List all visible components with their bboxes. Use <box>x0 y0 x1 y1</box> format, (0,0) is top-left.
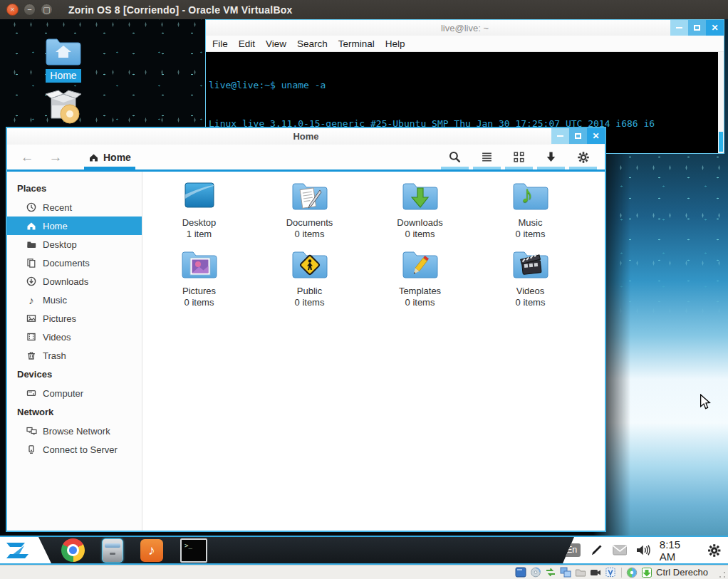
sidebar-section-network: Network <box>7 402 142 422</box>
network-browse-icon <box>26 425 37 437</box>
sidebar-item-pictures[interactable]: Pictures <box>7 309 142 328</box>
sidebar-item-videos[interactable]: Videos <box>7 328 142 346</box>
sidebar-item-home[interactable]: Home <box>7 217 142 235</box>
terminal-minimize-button[interactable] <box>670 20 688 36</box>
mouse-cursor <box>698 394 712 410</box>
display-icon[interactable] <box>560 567 571 578</box>
search-button[interactable] <box>439 145 471 169</box>
menu-edit[interactable]: Edit <box>239 38 255 49</box>
vbox-minimize-button[interactable]: − <box>24 4 36 16</box>
chrome-icon <box>61 538 85 562</box>
documents-icon <box>26 257 37 268</box>
sidebar-item-recent[interactable]: Recent <box>7 198 142 217</box>
list-view-icon <box>481 151 493 163</box>
virtualization-icon[interactable] <box>605 567 616 578</box>
download-arrow-icon <box>545 151 557 163</box>
desktop-icon-label: Home <box>46 69 80 83</box>
vbox-window-title: Zorin OS 8 [Corriendo] - Oracle VM Virtu… <box>68 4 292 16</box>
language-indicator[interactable]: En <box>563 543 581 557</box>
fm-minimize-button[interactable] <box>551 128 569 144</box>
sidebar-item-downloads[interactable]: Downloads <box>7 272 142 291</box>
list-view-button[interactable] <box>471 145 503 169</box>
mouse-integration-icon[interactable] <box>626 567 638 578</box>
pen-icon[interactable] <box>590 543 603 557</box>
menu-file[interactable]: File <box>212 38 228 49</box>
forward-button[interactable]: → <box>47 150 64 165</box>
folder-tile-downloads[interactable]: Downloads 0 items <box>365 180 475 249</box>
grid-view-button[interactable] <box>503 145 535 169</box>
trash-icon <box>26 350 37 361</box>
taskbar-music-button[interactable]: ♪ <box>140 539 163 562</box>
taskbar-file-manager-button[interactable] <box>102 538 123 563</box>
volume-icon[interactable] <box>636 544 650 556</box>
taskbar-terminal-button[interactable]: >_ <box>180 538 207 563</box>
menu-help[interactable]: Help <box>385 38 405 49</box>
settings-gear-icon[interactable] <box>707 543 722 558</box>
menu-search[interactable]: Search <box>297 38 328 49</box>
file-manager-titlebar[interactable]: Home ✕ <box>7 128 605 145</box>
search-icon <box>449 151 461 163</box>
location-breadcrumb[interactable]: Home <box>84 145 135 169</box>
taskbar-chrome-button[interactable] <box>61 538 85 562</box>
clock[interactable]: 8:15 AM <box>660 538 698 563</box>
home-folder-icon <box>44 36 83 67</box>
back-button[interactable]: ← <box>19 150 36 165</box>
mail-icon[interactable] <box>613 545 627 555</box>
fm-close-button[interactable]: ✕ <box>587 128 605 144</box>
menu-view[interactable]: View <box>266 38 286 49</box>
vbox-maximize-button[interactable]: ▢ <box>41 4 53 16</box>
settings-button[interactable] <box>567 145 599 169</box>
sidebar-item-music[interactable]: ♪ Music <box>7 291 142 309</box>
statusbar-separator <box>621 568 622 578</box>
desktop-icon-home[interactable]: Home <box>35 36 92 83</box>
grid-view-icon <box>513 151 525 163</box>
download-emblem <box>411 187 430 209</box>
sidebar-item-browse-network[interactable]: Browse Network <box>7 422 142 440</box>
folder-tile-documents[interactable]: Documents 0 items <box>254 180 365 249</box>
vbox-close-button[interactable]: × <box>6 4 19 16</box>
terminal-titlebar[interactable]: live@live: ~ ✕ <box>206 20 724 36</box>
terminal-scrollbar[interactable] <box>718 52 724 153</box>
keyboard-capture-icon[interactable] <box>641 567 652 578</box>
terminal-maximize-button[interactable] <box>688 20 706 36</box>
sidebar-item-connect-to-server[interactable]: Connect to Server <box>7 440 142 459</box>
drive-icon <box>26 387 37 399</box>
sidebar-item-documents[interactable]: Documents <box>7 254 142 272</box>
sidebar-item-computer[interactable]: Computer <box>7 384 142 402</box>
clapperboard-emblem <box>520 254 543 277</box>
video-capture-icon[interactable] <box>590 567 601 578</box>
folder-tile-templates[interactable]: Templates 0 items <box>365 249 475 317</box>
file-manager-window: Home ✕ ← → Home <box>6 127 606 532</box>
gear-icon <box>577 151 590 164</box>
file-grid[interactable]: Desktop 1 item <box>142 172 605 531</box>
download-button[interactable] <box>535 145 567 169</box>
terminal-close-button[interactable]: ✕ <box>706 20 724 36</box>
menu-terminal[interactable]: Terminal <box>338 38 375 49</box>
terminal-title: live@live: ~ <box>441 23 489 33</box>
file-manager-icon <box>102 538 123 563</box>
desktop-screen-icon <box>182 180 217 212</box>
zorin-menu-button[interactable] <box>0 537 51 563</box>
folder-tile-music[interactable]: ♪ Music 0 items <box>475 180 586 249</box>
system-tray: En 8:15 AM <box>563 537 728 563</box>
shared-folders-icon[interactable] <box>575 567 586 578</box>
hard-disks-icon[interactable] <box>515 567 526 578</box>
folder-tile-pictures[interactable]: Pictures 0 items <box>144 249 254 317</box>
folder-tile-videos[interactable]: Videos 0 items <box>475 249 586 317</box>
optical-drives-icon[interactable] <box>530 567 541 578</box>
folder-tile-desktop[interactable]: Desktop 1 item <box>144 180 254 249</box>
resize-grip[interactable] <box>718 570 727 579</box>
desktop-icon-installer[interactable] <box>35 85 92 127</box>
folder-tile-public[interactable]: Public 0 items <box>254 249 365 317</box>
fm-maximize-button[interactable] <box>569 128 587 144</box>
sidebar-section-devices: Devices <box>7 365 142 384</box>
home-icon <box>26 220 37 231</box>
places-sidebar: Places Recent Home Desktop <box>7 172 142 531</box>
terminal-line: live@live:~$ uname -a <box>209 79 719 92</box>
installer-box-icon <box>43 85 84 127</box>
sidebar-item-desktop[interactable]: Desktop <box>7 235 142 254</box>
vbox-statusbar: Ctrl Derecho <box>0 565 728 579</box>
network-icon[interactable] <box>545 567 556 578</box>
sidebar-item-trash[interactable]: Trash <box>7 346 142 365</box>
vbox-titlebar: × − ▢ Zorin OS 8 [Corriendo] - Oracle VM… <box>0 0 728 19</box>
